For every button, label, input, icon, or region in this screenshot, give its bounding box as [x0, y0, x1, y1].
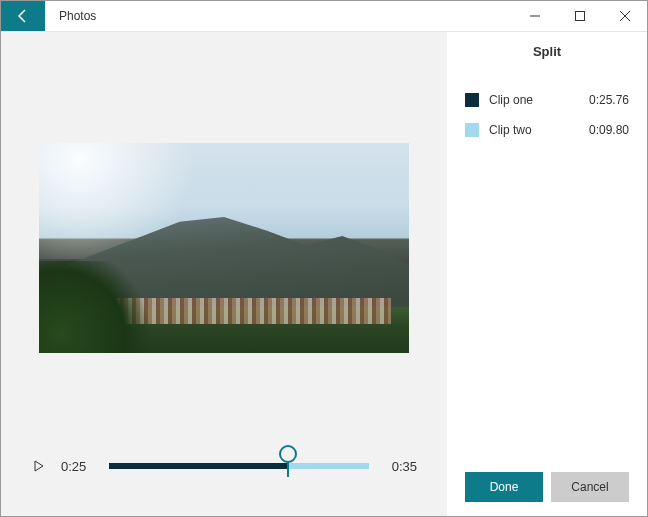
done-button[interactable]: Done	[465, 472, 543, 502]
clip-row: Clip one 0:25.76	[465, 85, 629, 115]
play-button[interactable]	[31, 458, 47, 474]
clip-duration: 0:09.80	[589, 123, 629, 137]
clip-two-segment	[288, 463, 369, 469]
app-title: Photos	[45, 1, 110, 31]
panel-title: Split	[465, 44, 629, 59]
preview-pane: 0:25 0:35	[1, 32, 447, 516]
split-panel: Split Clip one 0:25.76 Clip two 0:09.80 …	[447, 32, 647, 516]
clip-name: Clip one	[489, 93, 579, 107]
maximize-button[interactable]	[557, 1, 602, 31]
close-icon	[620, 11, 630, 21]
current-time: 0:25	[61, 459, 95, 474]
split-playhead[interactable]	[287, 455, 289, 477]
timeline-track[interactable]	[109, 456, 369, 476]
cancel-button[interactable]: Cancel	[551, 472, 629, 502]
play-icon	[34, 460, 44, 472]
titlebar: Photos	[1, 1, 647, 31]
arrow-left-icon	[15, 8, 31, 24]
minimize-button[interactable]	[512, 1, 557, 31]
button-row: Done Cancel	[465, 472, 629, 502]
clip-two-swatch	[465, 123, 479, 137]
video-preview[interactable]	[39, 143, 409, 353]
clip-duration: 0:25.76	[589, 93, 629, 107]
svg-rect-1	[575, 12, 584, 21]
maximize-icon	[575, 11, 585, 21]
clip-row: Clip two 0:09.80	[465, 115, 629, 145]
clip-one-swatch	[465, 93, 479, 107]
clip-one-segment	[109, 463, 288, 469]
clip-name: Clip two	[489, 123, 579, 137]
minimize-icon	[530, 11, 540, 21]
back-button[interactable]	[1, 1, 45, 31]
timeline: 0:25 0:35	[31, 456, 417, 476]
total-time: 0:35	[383, 459, 417, 474]
close-button[interactable]	[602, 1, 647, 31]
content: 0:25 0:35 Split Clip one 0:25.76 Clip tw…	[1, 31, 647, 516]
